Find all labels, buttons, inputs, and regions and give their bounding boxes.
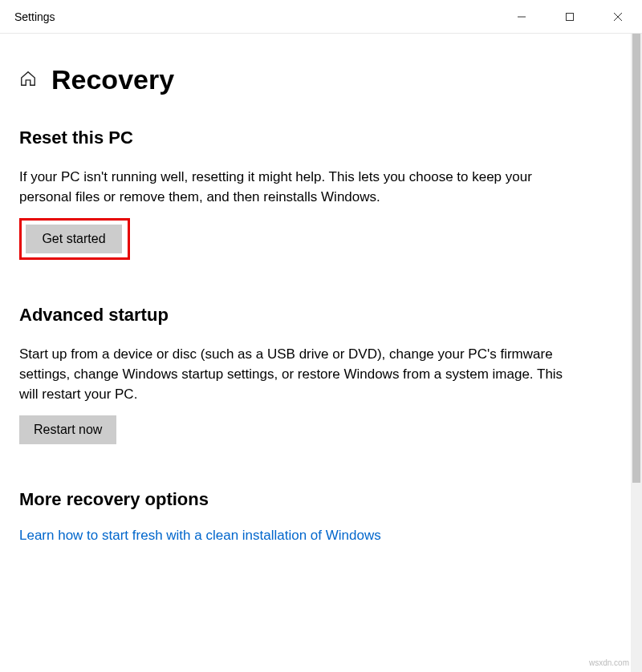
window-title: Settings [14,10,55,23]
reset-pc-description: If your PC isn't running well, resetting… [19,168,573,207]
scrollbar[interactable] [631,34,642,672]
maximize-icon [565,12,575,22]
svg-rect-1 [567,13,574,20]
window-controls [498,0,642,33]
restart-now-button[interactable]: Restart now [19,415,116,444]
watermark: wsxdn.com [589,658,629,667]
scrollbar-thumb[interactable] [632,34,640,483]
advanced-startup-description: Start up from a device or disc (such as … [19,345,573,404]
page-title: Recovery [51,64,174,95]
reset-pc-section: Reset this PC If your PC isn't running w… [19,128,623,260]
start-fresh-link[interactable]: Learn how to start fresh with a clean in… [19,528,381,543]
get-started-button[interactable]: Get started [26,225,122,253]
reset-pc-title: Reset this PC [19,128,623,148]
home-icon[interactable] [19,70,37,91]
more-recovery-section: More recovery options Learn how to start… [19,489,623,544]
maximize-button[interactable] [546,0,594,33]
minimize-icon [517,12,526,22]
advanced-startup-title: Advanced startup [19,305,623,326]
window-titlebar: Settings [0,0,642,34]
minimize-button[interactable] [498,0,546,33]
advanced-startup-section: Advanced startup Start up from a device … [19,305,623,444]
more-recovery-title: More recovery options [19,489,623,510]
close-button[interactable] [594,0,642,33]
close-icon [613,12,623,22]
content-area: Reset this PC If your PC isn't running w… [0,111,642,672]
annotation-highlight: Get started [19,218,130,260]
page-header: Recovery [0,34,642,111]
